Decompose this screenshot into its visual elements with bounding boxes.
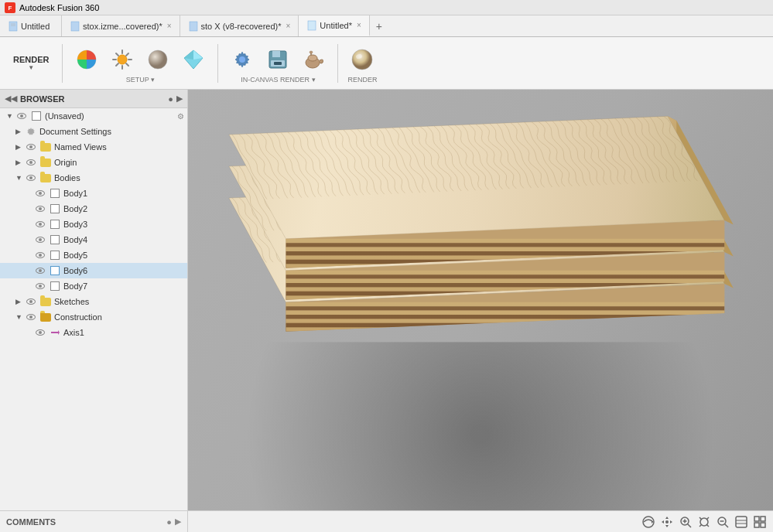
grid-icon[interactable] bbox=[753, 515, 767, 529]
render-quality-button[interactable] bbox=[176, 43, 211, 76]
tree-item-body7[interactable]: ▶ Body7 bbox=[0, 278, 187, 294]
pie-chart-icon bbox=[74, 47, 99, 72]
svg-line-50 bbox=[725, 523, 729, 527]
svg-point-9 bbox=[118, 55, 127, 64]
viewport[interactable] bbox=[188, 90, 773, 510]
tree-item-body4[interactable]: ▶ Body4 bbox=[0, 232, 187, 247]
tree-label-body6: Body6 bbox=[63, 266, 184, 275]
render-final-button[interactable] bbox=[344, 43, 380, 76]
toolbar-incanvas-section: IN-CANVAS RENDER ▾ bbox=[224, 43, 331, 84]
display-settings-icon[interactable] bbox=[734, 515, 748, 529]
zoom-window-icon[interactable] bbox=[716, 515, 730, 529]
tree-label-body7: Body7 bbox=[63, 281, 184, 291]
browser-tree: ▼ (Unsaved) ⚙ ▶ Document Settings bbox=[0, 108, 187, 510]
tree-label-axis1: Axis1 bbox=[63, 328, 184, 337]
pan-icon[interactable] bbox=[660, 515, 674, 529]
tab-close-3[interactable]: × bbox=[286, 22, 290, 30]
tree-label-construction: Construction bbox=[54, 312, 184, 322]
render-mode-button[interactable]: RENDER ▼ bbox=[6, 51, 56, 75]
browser-close-icon[interactable]: ▶ bbox=[176, 94, 183, 104]
toggle-construction[interactable]: ▼ bbox=[15, 313, 25, 321]
comments-label: COMMENTS bbox=[6, 517, 166, 527]
tree-item-bodies[interactable]: ▼ Bodies bbox=[0, 170, 187, 186]
toolbar-render-section: RENDER bbox=[344, 43, 380, 84]
eye-icon-root bbox=[15, 110, 28, 122]
tree-label-body5: Body5 bbox=[63, 251, 184, 260]
toolbar: RENDER ▼ bbox=[0, 37, 773, 90]
scene-settings-button[interactable] bbox=[104, 43, 140, 76]
eye-icon-body2 bbox=[34, 203, 46, 215]
tree-item-body2[interactable]: ▶ Body2 bbox=[0, 201, 187, 217]
folder-icon-origin bbox=[39, 156, 52, 169]
tree-item-root[interactable]: ▼ (Unsaved) ⚙ bbox=[0, 108, 187, 124]
svg-line-16 bbox=[126, 53, 128, 56]
render-style-button[interactable] bbox=[69, 43, 104, 76]
tree-label-root: (Unsaved) bbox=[45, 111, 177, 121]
browser-nav-back[interactable]: ◀◀ bbox=[5, 94, 17, 104]
browser-panel: ◀◀ BROWSER ● ▶ ▼ (Unsaved) ⚙ ▶ bbox=[0, 90, 188, 510]
tab-untitled[interactable]: Untitled bbox=[0, 15, 62, 36]
title-bar: F Autodesk Fusion 360 bbox=[0, 0, 773, 15]
tab-stox-v8[interactable]: sto X (v8-recovered)* × bbox=[180, 15, 299, 36]
incanvas-label: IN-CANVAS RENDER ▾ bbox=[241, 76, 315, 84]
box-icon-body4 bbox=[49, 234, 61, 246]
tree-item-named-views[interactable]: ▶ Named Views bbox=[0, 139, 187, 155]
teapot-icon bbox=[301, 47, 326, 72]
render-dropdown-arrow: ▼ bbox=[28, 64, 34, 71]
tab-close-4[interactable]: × bbox=[357, 21, 361, 29]
tree-label-body4: Body4 bbox=[63, 235, 184, 244]
tree-item-axis1[interactable]: ▶ Axis1 bbox=[0, 325, 187, 340]
comments-expand-icon[interactable]: ● bbox=[166, 517, 172, 527]
tab-close-2[interactable]: × bbox=[167, 22, 172, 30]
folder-icon-named-views bbox=[39, 141, 52, 153]
svg-point-32 bbox=[352, 49, 372, 70]
toggle-doc-settings[interactable]: ▶ bbox=[15, 128, 25, 135]
tab-stox-covered[interactable]: stox.izme...covered)* × bbox=[62, 15, 180, 36]
tab-untitled-active[interactable]: Untitled* × bbox=[299, 15, 369, 36]
tree-item-construction[interactable]: ▼ Construction bbox=[0, 309, 187, 325]
tree-label-body2: Body2 bbox=[63, 204, 184, 213]
toggle-named-views[interactable]: ▶ bbox=[15, 143, 25, 151]
svg-rect-27 bbox=[274, 62, 282, 65]
folder-icon-construction bbox=[39, 311, 52, 323]
comments-arrow[interactable]: ▶ bbox=[175, 517, 181, 527]
tab-label-2: stox.izme...covered)* bbox=[83, 22, 162, 31]
svg-line-47 bbox=[706, 524, 709, 527]
svg-line-17 bbox=[116, 63, 118, 66]
app-icon: F bbox=[5, 2, 15, 13]
toggle-root[interactable]: ▼ bbox=[6, 112, 15, 120]
tab-label-3: sto X (v8-recovered)* bbox=[201, 22, 282, 31]
file-icon-3 bbox=[188, 21, 199, 32]
tree-item-body3[interactable]: ▶ Body3 bbox=[0, 217, 187, 232]
svg-point-29 bbox=[308, 55, 317, 61]
teapot-button[interactable] bbox=[296, 43, 331, 76]
toggle-sketches[interactable]: ▶ bbox=[15, 298, 25, 305]
svg-line-14 bbox=[116, 53, 118, 56]
orbit-icon[interactable] bbox=[641, 515, 655, 529]
toggle-origin[interactable]: ▶ bbox=[15, 159, 25, 166]
tree-item-body6[interactable]: ▶ Body6 bbox=[0, 263, 187, 278]
browser-expand-icon[interactable]: ● bbox=[168, 94, 173, 104]
toolbar-setup-section: SETUP ▾ bbox=[69, 43, 211, 84]
eye-icon-construction bbox=[25, 311, 37, 323]
axis-icon bbox=[49, 326, 61, 339]
zoom-icon[interactable] bbox=[679, 515, 693, 529]
tree-item-doc-settings[interactable]: ▶ Document Settings bbox=[0, 124, 187, 139]
svg-line-45 bbox=[706, 517, 709, 520]
capture-button[interactable] bbox=[260, 43, 296, 76]
toggle-bodies[interactable]: ▼ bbox=[15, 174, 25, 182]
tree-item-sketches[interactable]: ▶ Sketches bbox=[0, 294, 187, 309]
tab-label: Untitled bbox=[21, 22, 50, 31]
tree-item-origin[interactable]: ▶ Origin bbox=[0, 155, 187, 170]
svg-line-15 bbox=[126, 63, 128, 66]
fit-icon[interactable] bbox=[697, 515, 711, 529]
render-preview-button[interactable] bbox=[140, 43, 176, 76]
tab-add-button[interactable]: + bbox=[370, 15, 388, 36]
tree-item-body5[interactable]: ▶ Body5 bbox=[0, 247, 187, 263]
file-icon bbox=[8, 21, 19, 32]
svg-point-18 bbox=[149, 50, 167, 69]
tree-label-body3: Body3 bbox=[63, 220, 184, 229]
tree-item-body1[interactable]: ▶ Body1 bbox=[0, 186, 187, 201]
in-canvas-settings-button[interactable] bbox=[224, 43, 260, 76]
box-icon-body2 bbox=[49, 203, 61, 215]
